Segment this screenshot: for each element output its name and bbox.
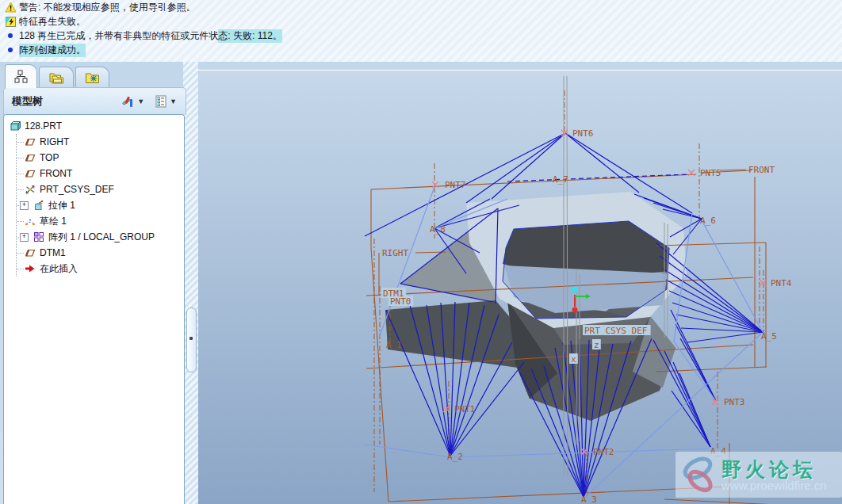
butterfly-logo-icon: [676, 453, 720, 496]
dropdown-caret-icon: ▼: [137, 97, 144, 105]
model-tree-header: 模型树 ▼ ▼: [3, 87, 186, 115]
datum-label-pnt2[interactable]: PNT2: [593, 447, 614, 457]
datum-label-a_6[interactable]: A_6: [700, 216, 716, 226]
tree-item-prt_csys_def[interactable]: PRT_CSYS_DEF: [17, 181, 184, 197]
watermark-title: 野火论坛: [721, 459, 827, 479]
message-line: 阵列创建成功。: [0, 43, 842, 57]
tools-icon: [121, 96, 135, 108]
datum-label-pnt5[interactable]: PNT5: [700, 168, 721, 178]
datum-label-pnt6[interactable]: PNT6: [572, 128, 594, 139]
tree-item-label: 拉伸 1: [48, 199, 75, 212]
sidebar-tab-favorites-tab[interactable]: ✳: [75, 67, 109, 88]
sketch-feature-icon: [25, 216, 36, 227]
tree-item-label: PRT_CSYS_DEF: [40, 184, 114, 195]
forum-watermark: 野火论坛 www.proewildfire.cn: [676, 452, 842, 498]
tree-item-label: 阵列 1 / LOCAL_GROUP: [48, 231, 155, 244]
tree-item--[interactable]: 在此插入: [17, 261, 184, 277]
datum-label-right[interactable]: RIGHT: [382, 248, 408, 258]
datum-label-a_1[interactable]: A_1: [386, 340, 402, 350]
datum-label-prt_csys_def[interactable]: PRT_CSYS_DEF: [584, 326, 647, 336]
message-area: 警告: 不能发现相应参照，使用导引参照。特征再生失败。128 再生已完成，并带有…: [0, 0, 842, 63]
tree-item-label: 草绘 1: [40, 215, 67, 228]
tree-item--1[interactable]: 草绘 1: [17, 213, 184, 229]
message-line: 128 再生已完成，并带有非典型的特征或元件状态: 失败: 112。: [0, 29, 842, 43]
tree-item-dtm1[interactable]: DTM1: [17, 245, 184, 261]
datum-label-a_7[interactable]: A_7: [553, 174, 568, 185]
tree-settings-button[interactable]: ▼: [119, 94, 147, 109]
warning-icon: [5, 2, 17, 13]
datum-plane-icon: [25, 152, 36, 163]
datum-label-pnt7[interactable]: PNT7: [445, 180, 466, 190]
message-text: 阵列创建成功。: [19, 44, 86, 57]
model-tree-panel: 128.PRTRIGHTTOPFRONTPRT_CSYS_DEF+拉伸 1草绘 …: [3, 114, 185, 504]
checklist-icon: [155, 95, 167, 108]
datum-label-a_2[interactable]: A_2: [447, 452, 463, 462]
message-text: 128 再生已完成，并带有非典型的特征或元件状: [19, 29, 218, 43]
datum-label-x[interactable]: x: [571, 354, 576, 365]
model-tree-tab-icon: [14, 70, 28, 83]
tree-item-label: FRONT: [40, 168, 72, 179]
tree-expander[interactable]: +: [20, 201, 29, 210]
datum-label-front[interactable]: FRONT: [748, 165, 775, 175]
datum-plane-icon: [25, 168, 36, 179]
tree-show-button[interactable]: ▼: [153, 94, 179, 109]
datum-label-pnt4[interactable]: PNT4: [771, 278, 792, 288]
tree-item-label: TOP: [40, 152, 59, 163]
message-text: 态: 失败: 112。: [218, 29, 281, 43]
cad-application-window: 警告: 不能发现相应参照，使用导引参照。特征再生失败。128 再生已完成，并带有…: [0, 0, 842, 504]
tree-item-label: 在此插入: [40, 262, 78, 276]
datum-label-pnt3[interactable]: PNT3: [724, 397, 745, 407]
favorites-tab-icon: ✳: [85, 71, 100, 84]
svg-text:✳: ✳: [90, 74, 98, 83]
tree-item-label: RIGHT: [40, 136, 69, 147]
datum-label-a_8[interactable]: A_8: [430, 224, 446, 235]
panel-separator: [183, 62, 198, 504]
message-line: 警告: 不能发现相应参照，使用导引参照。: [0, 0, 842, 14]
watermark-url: www.proewildfire.cn: [721, 479, 827, 491]
message-line: 特征再生失败。: [0, 14, 842, 29]
datum-label-a_3[interactable]: A_3: [581, 494, 597, 504]
sidebar-tab-folder-browser-tab[interactable]: [39, 67, 74, 88]
datum-plane-icon: [25, 247, 36, 258]
datum-label-dtm1[interactable]: DTM1: [383, 288, 404, 299]
bullet-icon: [8, 33, 13, 38]
datum-label-a_5[interactable]: A_5: [761, 331, 777, 342]
datum-label-z[interactable]: z: [594, 340, 599, 350]
sidebar-tab-strip: ✳: [5, 64, 111, 88]
pattern-feature-icon: [33, 231, 44, 242]
tree-item-top[interactable]: TOP: [17, 150, 184, 166]
message-text: 警告: 不能发现相应参照，使用导引参照。: [19, 1, 196, 14]
insert-here-icon: [25, 264, 36, 273]
tree-item-label: DTM1: [40, 247, 66, 258]
3d-viewport-canvas[interactable]: PNT6A_7PNT7PNT5FRONTA_6A_8RIGHTPNT0DTM1A…: [198, 70, 842, 504]
part-icon: [10, 120, 21, 132]
coordinate-system-icon: [25, 184, 36, 195]
tree-item-right[interactable]: RIGHT: [17, 134, 184, 150]
message-text: 特征再生失败。: [19, 15, 86, 29]
tree-item--1[interactable]: +拉伸 1: [17, 197, 184, 213]
model-tree-title: 模型树: [12, 94, 119, 109]
bullet-icon: [8, 48, 13, 52]
panel-splitter-handle[interactable]: [186, 307, 197, 372]
sidebar-tab-model-tree-tab[interactable]: [5, 64, 37, 88]
tree-item-front[interactable]: FRONT: [17, 166, 184, 181]
datum-label-pnt1[interactable]: PNT1: [454, 404, 476, 414]
resolve-failure-icon: [6, 17, 16, 27]
extrude-feature-icon: [33, 200, 44, 211]
tree-item--1-local_group[interactable]: +阵列 1 / LOCAL_GROUP: [17, 229, 184, 245]
tree-item-128-prt[interactable]: 128.PRT: [4, 118, 184, 134]
datum-plane-icon: [25, 136, 36, 147]
folder-browser-tab-icon: [48, 71, 64, 85]
tree-item-label: 128.PRT: [25, 120, 62, 132]
dropdown-caret-icon: ▼: [170, 97, 177, 105]
tree-expander[interactable]: +: [20, 233, 29, 242]
